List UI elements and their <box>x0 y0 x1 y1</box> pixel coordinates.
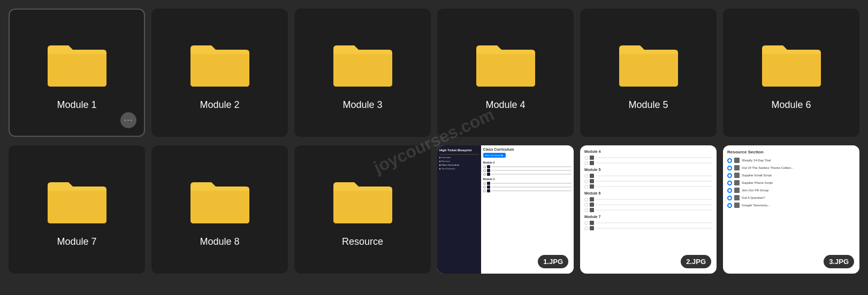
folder-icon <box>331 175 395 226</box>
resource-card[interactable]: Resource <box>294 145 431 274</box>
resource-label: Resource <box>342 236 383 247</box>
list-item: Supplier Phone Script <box>727 180 855 185</box>
row-1-grid: Module 1 ··· Module 2 Module 3 M <box>0 0 868 145</box>
folder-icon <box>45 38 109 89</box>
module-1-card[interactable]: Module 1 ··· <box>9 9 145 137</box>
preview-1-card[interactable]: High Ticket Blueprint ▶ Overview ▶ Bonus… <box>437 145 574 274</box>
module-3-card[interactable]: Module 3 <box>294 9 431 137</box>
module-5-label: Module 5 <box>628 99 668 111</box>
module-3-label: Module 3 <box>342 99 382 111</box>
jpg-badge-3: 3.JPG <box>824 255 854 268</box>
folder-icon <box>331 38 395 89</box>
folder-icon <box>45 175 109 226</box>
module-4-card[interactable]: Module 4 <box>437 9 574 137</box>
resource-section-title: Resource Section <box>727 150 855 154</box>
module-1-label: Module 1 <box>57 99 96 111</box>
module-8-card[interactable]: Module 8 <box>151 145 288 274</box>
folder-icon <box>188 38 252 89</box>
preview-2-card[interactable]: Module 4 Module 5 <box>580 145 717 274</box>
list-item: Shopify 14-Day Trial <box>727 158 855 163</box>
folder-icon <box>616 38 681 89</box>
jpg-badge-2: 2.JPG <box>681 255 711 268</box>
preview-3-card[interactable]: Resource Section Shopify 14-Day Trial Ou… <box>723 145 859 274</box>
folder-icon <box>474 38 538 89</box>
list-item: Supplier Email Script <box>727 173 855 178</box>
list-item: Google Taxonomy... <box>727 203 855 208</box>
list-item: Join Our FB Group <box>727 188 855 193</box>
folder-icon <box>188 175 252 226</box>
module-6-label: Module 6 <box>771 99 811 111</box>
module-5-card[interactable]: Module 5 <box>580 9 717 137</box>
more-options-button[interactable]: ··· <box>120 112 136 128</box>
module-7-label: Module 7 <box>57 236 96 247</box>
module-6-card[interactable]: Module 6 <box>723 9 859 137</box>
module-2-card[interactable]: Module 2 <box>151 9 288 137</box>
list-item: Out Of The Sanbox Theme Collect... <box>727 165 855 170</box>
list-item: Got A Question? <box>727 195 855 200</box>
folder-icon <box>759 38 824 89</box>
module-7-card[interactable]: Module 7 <box>9 145 145 274</box>
module-4-label: Module 4 <box>485 99 525 111</box>
module-2-label: Module 2 <box>200 99 239 111</box>
module-8-label: Module 8 <box>200 236 239 247</box>
jpg-badge-1: 1.JPG <box>538 255 568 268</box>
row-2-grid: Module 7 Module 8 Resource High Ticket B… <box>0 145 868 282</box>
